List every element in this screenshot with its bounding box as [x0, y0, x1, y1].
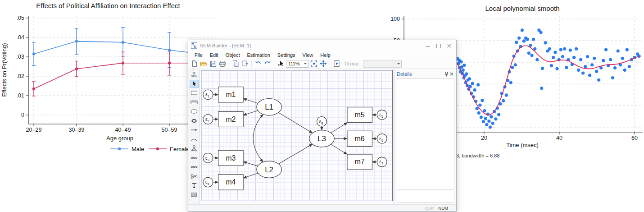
add-text-tool[interactable] [190, 181, 199, 189]
menu-edit[interactable]: Edit [206, 52, 222, 58]
path-L3-m7[interactable] [331, 144, 347, 154]
menu-settings[interactable]: Settings [274, 52, 299, 58]
scatter-point [617, 49, 620, 52]
paste-button[interactable] [241, 60, 249, 68]
path-L3-m5[interactable] [331, 123, 348, 133]
details-close-icon[interactable] [449, 71, 454, 77]
path-L1-m1[interactable] [243, 99, 258, 103]
add-observed-variable-tool[interactable] [190, 89, 199, 97]
add-generalized-response-tool[interactable] [190, 98, 199, 106]
add-measurement-component-tool[interactable] [190, 144, 199, 152]
gsem-mode-toggle[interactable]: G SEM [190, 70, 199, 78]
path-L2-m3[interactable] [243, 162, 258, 166]
toolbar-separator [229, 60, 229, 67]
scatter-point [581, 71, 585, 74]
details-subpanel [397, 191, 454, 203]
regression-icon [190, 174, 198, 179]
y-axis-label: Effects on Pr(Voting) [1, 43, 8, 97]
close-button[interactable] [447, 43, 452, 48]
add-regression-component-tool[interactable] [190, 172, 199, 180]
sem-node-label-m6: m6 [355, 135, 365, 143]
scatter-point [521, 28, 524, 32]
menu-help[interactable]: Help [317, 52, 334, 58]
scatter-point [484, 117, 487, 120]
scatter-point [514, 63, 517, 66]
scatter-point [517, 37, 521, 40]
covariance-arc-L1-L2[interactable] [253, 114, 263, 162]
menu-file[interactable]: File [191, 52, 206, 58]
add-covariance-tool[interactable] [190, 135, 199, 143]
path-L2-m4[interactable] [243, 173, 258, 178]
scatter-point [476, 107, 479, 110]
legend-label: Female [170, 146, 189, 152]
x-tick-label: 30–39 [69, 127, 85, 133]
save-button[interactable] [209, 60, 217, 68]
select-tool-button[interactable] [277, 60, 285, 68]
sem-node-label-m5: m5 [355, 111, 365, 119]
scatter-point [515, 41, 518, 44]
pan-tool-button[interactable] [319, 60, 327, 68]
estimate-button[interactable] [332, 60, 340, 68]
select-tool[interactable] [190, 80, 199, 88]
desktop: 0.01.02.03.04.0520–2930–3940–4950–59Effe… [0, 0, 644, 212]
scatter-point [628, 65, 631, 68]
menu-view[interactable]: View [299, 52, 317, 58]
male-marker [122, 41, 124, 44]
fit-to-window-button[interactable] [310, 60, 318, 68]
ring-icon [190, 118, 198, 124]
diagram-canvas[interactable]: ε1ε2ε3ε4m1m2m3m4L1L2L3ε8m5m6m7ε5ε6ε7 [201, 70, 393, 201]
scatter-point [575, 47, 578, 51]
caps-lock-indicator: CAP [425, 206, 434, 211]
add-latent-set-tool[interactable] [190, 163, 199, 171]
group-combobox[interactable] [363, 60, 402, 68]
rectangle-icon [190, 90, 198, 96]
details-content [397, 78, 454, 190]
x-tick-label: 40 [556, 135, 562, 141]
scatter-point [611, 76, 614, 79]
add-path-tool[interactable] [190, 126, 199, 134]
add-observed-set-tool[interactable] [190, 154, 199, 162]
undo-button[interactable] [254, 60, 262, 68]
scatter-point [468, 77, 471, 80]
maximize-button[interactable] [436, 43, 441, 48]
scatter-point [553, 51, 557, 54]
path-L2-L3[interactable] [278, 144, 312, 164]
bandwidth-note: 3, bandwidth = 6.88 [456, 153, 499, 158]
window-title: SEM Builder - [SEM_1] [200, 43, 426, 48]
scatter-point [621, 57, 624, 60]
print-button[interactable] [218, 60, 227, 68]
redo-button[interactable] [263, 60, 272, 68]
x-tick-label: 20 [481, 135, 487, 141]
scatter-point [532, 38, 535, 41]
sem-node-label-m4: m4 [226, 178, 236, 186]
open-file-button[interactable] [200, 60, 208, 68]
toolbar-separator [330, 60, 330, 67]
add-multilevel-latent-tool[interactable] [190, 117, 199, 125]
scatter-point [480, 115, 483, 119]
new-file-button[interactable] [190, 60, 198, 68]
scatter-point [511, 66, 514, 69]
path-L1-m2[interactable] [243, 111, 258, 115]
copy-button[interactable] [231, 60, 240, 68]
zoom-level-value: 111% [288, 61, 299, 66]
scatter-point [613, 66, 617, 69]
title-bar: SEM Builder - [SEM_1] [188, 40, 456, 51]
path-L1-L3[interactable] [278, 112, 313, 133]
pin-icon[interactable] [444, 71, 449, 77]
minimize-button[interactable] [426, 43, 430, 48]
scatter-point [586, 55, 589, 58]
add-area-tool[interactable] [190, 191, 199, 199]
y-tick-label: 0 [21, 112, 24, 118]
scatter-point [561, 55, 564, 58]
menu-object[interactable]: Object [222, 52, 244, 58]
sem-node-label-m1: m1 [226, 91, 236, 98]
legend-marker [118, 147, 121, 150]
measurement-icon [190, 145, 198, 152]
y-tick-label: .01 [17, 92, 24, 99]
scatter-point [489, 125, 492, 129]
x-tick-label: 60 [631, 135, 638, 141]
zoom-level-combobox[interactable]: 111% [286, 60, 308, 68]
arc-icon [190, 137, 198, 142]
menu-estimation[interactable]: Estimation [244, 52, 274, 58]
add-latent-variable-tool[interactable] [190, 107, 199, 115]
